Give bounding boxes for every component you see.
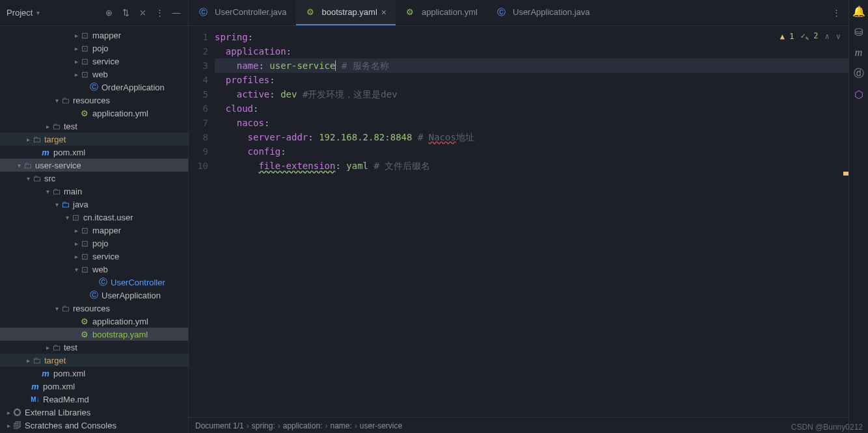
code-line[interactable]: server-addr: 192.168.2.82:8848 # Nacos地址 [215,130,848,144]
tree-node[interactable]: 🗀target [0,354,188,367]
tree-node[interactable]: ⊡mapper [0,29,188,42]
services-icon[interactable]: ⬡ [853,88,865,100]
tree-arrow-icon[interactable] [25,136,31,143]
tree-arrow-icon[interactable] [73,253,79,260]
code-line[interactable]: cloud: [215,101,848,116]
tree-node[interactable]: 🗀user-service [0,159,188,172]
database-icon[interactable]: ⛁ [853,26,865,38]
tree-node[interactable]: ⊡service [0,250,188,263]
tree-arrow-icon[interactable] [53,201,60,208]
warning-stripe[interactable] [843,172,848,176]
code-line[interactable]: name: user-service # 服务名称 [215,59,848,73]
breadcrumb-item[interactable]: spring: [252,421,275,430]
tree-node[interactable]: 🗀resources [0,94,188,107]
debug-icon[interactable]: ⓓ [853,68,865,79]
code-line[interactable]: file-extension: yaml # 文件后缀名 [215,159,848,173]
breadcrumb-item[interactable]: user-service [360,421,402,430]
tree-node[interactable]: M↓ReadMe.md [0,393,188,406]
tree-node[interactable]: ⊡service [0,55,188,68]
tree-arrow-icon[interactable] [64,214,70,221]
tree-node[interactable]: ⊡pojo [0,42,188,55]
tree-arrow-icon[interactable] [25,357,31,364]
code-line[interactable]: application: [215,44,848,59]
tab[interactable]: ⒸUserApplication.java [487,0,599,25]
tree-arrow-icon[interactable] [53,305,60,312]
next-highlight-icon[interactable]: ∨ [836,32,841,41]
notifications-icon[interactable]: 🔔 [853,5,865,17]
tree-arrow-icon[interactable] [44,344,51,351]
tree-node[interactable]: 🗀resources [0,302,188,315]
line-number[interactable]: 10 [189,159,208,173]
tree-node[interactable]: 🞇External Libraries [0,406,188,419]
code-line[interactable]: nacos: [215,116,848,130]
close-icon[interactable]: × [381,7,387,18]
collapse-icon[interactable]: ⤫ [137,8,148,18]
project-tree[interactable]: ⊡mapper⊡pojo⊡service⊡webⒸOrderApplicatio… [0,26,188,433]
editor-inspection-widget[interactable]: ▲ 1 ✓✎ 2 ∧ ∨ [780,31,841,42]
tree-arrow-icon[interactable] [73,227,79,234]
tree-node[interactable]: ⚙bootstrap.yaml [0,328,188,341]
tree-node[interactable]: mpom.xml [0,146,188,159]
tree-arrow-icon[interactable] [73,266,79,273]
tree-arrow-icon[interactable] [16,162,22,169]
line-number[interactable]: 7 [189,116,208,130]
tree-node[interactable]: 🗐Scratches and Consoles [0,419,188,432]
line-number[interactable]: 5 [189,87,208,101]
tree-node[interactable]: ⒸUserController [0,276,188,289]
tree-arrow-icon[interactable] [73,32,79,39]
tree-arrow-icon[interactable] [53,97,60,104]
warning-icon[interactable]: ▲ 1 [780,32,794,41]
code-line[interactable]: active: dev #开发环境，这里是dev [215,87,848,101]
tree-node[interactable]: ⊡web [0,263,188,276]
tree-node[interactable]: ⒸOrderApplication [0,81,188,94]
tree-node[interactable]: ⚙application.yml [0,107,188,120]
tab[interactable]: ⚙application.yml [396,0,487,25]
tree-arrow-icon[interactable] [73,71,79,78]
tab-more-icon[interactable]: ⋮ [832,0,848,25]
tree-node[interactable]: mpom.xml [0,380,188,393]
tree-node[interactable]: ⊡pojo [0,237,188,250]
line-number[interactable]: 3 [189,59,208,73]
tree-arrow-icon[interactable] [73,58,79,65]
tree-arrow-icon[interactable] [73,240,79,247]
tree-node[interactable]: 🗀target [0,133,188,146]
tree-arrow-icon[interactable] [5,422,12,429]
code-line[interactable]: spring: [215,30,848,44]
sidebar-title[interactable]: Project ▾ [7,8,40,18]
prev-highlight-icon[interactable]: ∧ [825,32,830,41]
tree-node[interactable]: ⊡web [0,68,188,81]
tab[interactable]: ⚙bootstrap.yaml× [296,0,396,25]
breadcrumb-bar[interactable]: Document 1/1›spring:›application:›name:›… [189,417,848,433]
line-number[interactable]: 8 [189,130,208,144]
more-icon[interactable]: ⋮ [154,8,165,18]
expand-icon[interactable]: ⇅ [120,8,131,18]
tree-node[interactable]: 🗀test [0,120,188,133]
tree-arrow-icon[interactable] [73,45,79,52]
tree-node[interactable]: 🗀src [0,172,188,185]
line-number[interactable]: 1 [189,30,208,44]
tree-node[interactable]: mpom.xml [0,367,188,380]
code-line[interactable]: config: [215,144,848,159]
tree-node[interactable]: ⒸUserApplication [0,289,188,302]
tree-node[interactable]: 🗀test [0,341,188,354]
tree-arrow-icon[interactable] [5,409,12,416]
typo-icon[interactable]: ✓✎ 2 [800,31,818,42]
line-number[interactable]: 6 [189,101,208,116]
line-number[interactable]: 2 [189,44,208,59]
tree-node[interactable]: 🗀main [0,185,188,198]
tree-node[interactable]: ⚙application.yml [0,315,188,328]
code-area[interactable]: ▲ 1 ✓✎ 2 ∧ ∨ spring: application: name: … [215,26,848,417]
line-number[interactable]: 4 [189,73,208,87]
tree-arrow-icon[interactable] [44,188,51,195]
breadcrumb-item[interactable]: application: [283,421,323,430]
line-number[interactable]: 9 [189,144,208,159]
tab[interactable]: ⒸUserController.java [189,0,296,25]
code-line[interactable]: profiles: [215,73,848,87]
tree-node[interactable]: ⊡mapper [0,224,188,237]
tree-node[interactable]: ⊡cn.itcast.user [0,211,188,224]
editor-body[interactable]: 12345678910 ▲ 1 ✓✎ 2 ∧ ∨ spring: applica… [189,26,848,417]
tree-arrow-icon[interactable] [44,123,51,130]
tree-node[interactable]: 🗀java [0,198,188,211]
minimize-icon[interactable]: — [171,8,182,18]
locate-icon[interactable]: ⊕ [103,8,114,18]
